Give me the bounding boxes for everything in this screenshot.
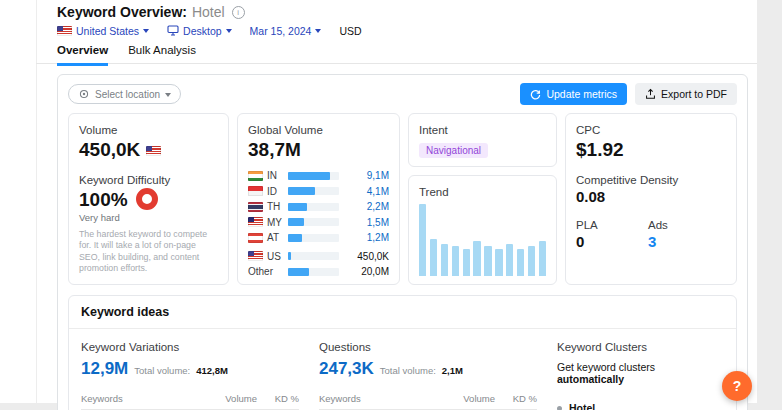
keyword-difficulty-label: Keyword Difficulty [79,174,218,186]
keyword-variations-column: Keyword Variations 12,9M Total volume: 4… [81,341,299,410]
variations-total-value: 412,8M [196,365,228,376]
volume-bar [288,203,339,211]
variations-count[interactable]: 12,9M [81,359,128,379]
volume-bar [288,172,339,180]
country-volume-row[interactable]: AT 1,2M [248,230,389,246]
country-volume: 1,2M [345,232,389,243]
country-volume-row[interactable]: US 450,0K [248,249,389,265]
refresh-icon [530,89,541,100]
page-header: Keyword Overview: Hotel i [57,4,748,20]
global-volume-bar-fill [288,172,330,180]
questions-total-value: 2,1M [442,365,463,376]
tab-bulk-analysis[interactable]: Bulk Analysis [128,44,196,66]
page-title: Keyword Overview: [57,4,187,20]
date-selector[interactable]: Mar 15, 2024 [250,25,322,37]
chevron-down-icon [226,29,232,33]
intent-card: Intent Navigational [408,113,557,167]
other-volume-row[interactable]: Other 20,0M [248,264,389,280]
device-selector-label: Desktop [183,25,222,37]
country-volume: 4,1M [345,186,389,197]
global-volume-bar-fill [288,187,315,195]
country-volume-row[interactable]: IN 9,1M [248,168,389,184]
trend-label: Trend [419,186,546,198]
left-divider [36,0,37,410]
volume-bar [288,252,339,260]
country-volume-row[interactable]: TH 2,2M [248,199,389,215]
trend-bar [463,249,470,276]
trend-bar [506,244,513,276]
toolbar: Select location Update metrics [68,83,737,105]
keyword-overview-page: Keyword Overview: Hotel i United States … [0,0,782,410]
keyword-difficulty-value: 100% [79,189,128,211]
questions-table: Keywords Volume KD % don cesar hotel 14,… [319,393,537,410]
country-selector[interactable]: United States [57,25,149,37]
global-volume-label: Global Volume [248,124,389,136]
country-volume: 20,0M [345,266,389,277]
country-code: US [267,251,288,262]
country-volume: 9,1M [345,170,389,181]
country-volume: 1,5M [345,217,389,228]
country-volume: 2,2M [345,201,389,212]
ads-block: Ads 3 [648,219,668,251]
trend-bar [430,239,437,276]
at-flag-icon [248,233,263,243]
trend-bar [441,244,448,276]
kd-column-header: KD % [495,393,537,404]
export-icon [645,88,656,100]
global-volume-card: Global Volume 38,7M IN 9,1M ID [237,113,400,285]
export-pdf-button[interactable]: Export to PDF [635,83,737,105]
keyword-clusters-column: Keyword Clusters Get keyword clusters au… [557,341,724,410]
trend-chart [419,204,546,276]
cpc-value: $1.92 [576,139,726,161]
keywords-column-header: Keywords [81,393,211,404]
info-icon[interactable]: i [232,6,245,19]
select-location-button[interactable]: Select location [68,84,181,104]
cluster-group[interactable]: Hotel [557,402,724,410]
cpc-label: CPC [576,124,726,136]
cluster-name: Hotel [569,402,595,410]
country-volume-row[interactable]: MY 1,5M [248,215,389,231]
pla-value: 0 [576,233,648,251]
keyword-ideas-body: Keyword Variations 12,9M Total volume: 4… [69,329,736,410]
difficulty-level: Very hard [79,212,218,223]
questions-count[interactable]: 247,3K [319,359,374,379]
desktop-icon [167,25,179,36]
ads-value[interactable]: 3 [648,233,668,251]
my-flag-icon [248,217,263,227]
volume-bar [288,234,339,242]
keywords-column-header: Keywords [319,393,449,404]
questions-column: Questions 247,3K Total volume: 2,1M Keyw… [319,341,537,410]
us-flag-icon [248,251,263,261]
location-icon [78,88,90,100]
trend-bar [517,249,524,276]
trend-bar [484,246,491,276]
export-pdf-label: Export to PDF [661,88,727,100]
help-button[interactable]: ? [722,371,752,401]
competitive-density-value: 0.08 [576,188,726,206]
overview-panel: Select location Update metrics [57,74,748,410]
country-volume: 450,0K [345,251,389,262]
global-volume-bar-fill [288,234,302,242]
clusters-subtitle-text: Get keyword clusters [557,361,655,373]
device-selector[interactable]: Desktop [167,25,232,37]
page-gutter-right[interactable] [757,0,782,410]
tab-overview[interactable]: Overview [57,44,108,66]
th-flag-icon [248,202,263,212]
metrics-row: Volume 450,0K Keyword Difficulty 100% Ve… [68,113,737,285]
in-flag-icon [248,171,263,181]
questions-title: Questions [319,341,537,353]
clusters-title: Keyword Clusters [557,341,724,353]
global-volume-bar-fill [288,252,291,260]
country-volume-row[interactable]: ID 4,1M [248,184,389,200]
clusters-subtitle: Get keyword clusters automatically [557,361,724,385]
keyword-ideas-title: Keyword ideas [69,296,736,329]
update-metrics-button[interactable]: Update metrics [520,83,627,105]
global-volume-bar-fill [288,203,307,211]
volume-card: Volume 450,0K Keyword Difficulty 100% Ve… [68,113,229,285]
keyword-ideas-card: Keyword ideas Keyword Variations 12,9M T… [68,295,737,410]
clusters-subtitle-bold: automatically [557,373,624,385]
country-selector-label: United States [76,25,139,37]
intent-badge[interactable]: Navigational [419,143,488,158]
page-content: Keyword Overview: Hotel i United States … [57,4,748,410]
kd-column-header: KD % [257,393,299,404]
